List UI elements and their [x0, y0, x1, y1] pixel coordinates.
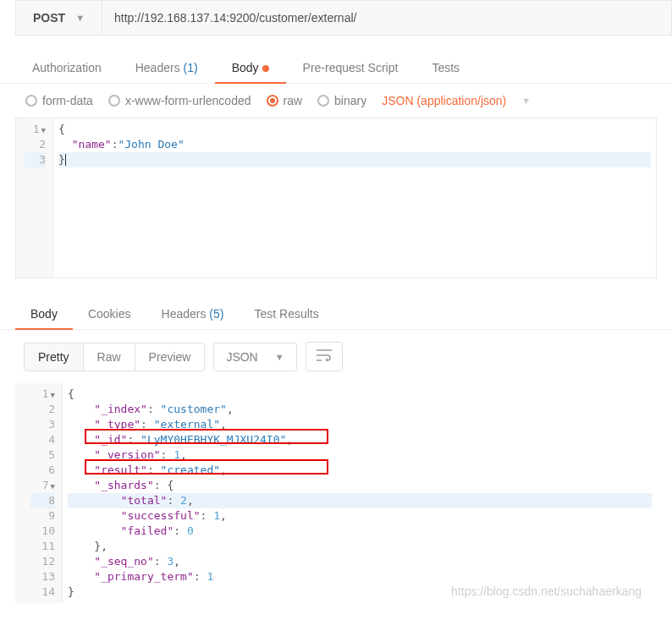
- line-number: 8: [48, 494, 55, 507]
- tab-label: Headers: [135, 61, 180, 74]
- tab-label: Test Results: [254, 307, 318, 321]
- radio-label: binary: [334, 94, 366, 107]
- response-view-row: Pretty Raw Preview JSON▼: [0, 330, 672, 383]
- response-tabs: Body Cookies Headers (5) Test Results: [0, 299, 672, 330]
- view-raw[interactable]: Raw: [84, 343, 135, 370]
- code-text: "name": [72, 138, 112, 151]
- tab-label: Cookies: [88, 307, 131, 321]
- code-text: "_id": [94, 433, 127, 446]
- code-text: "created": [161, 464, 220, 476]
- tab-prerequest[interactable]: Pre-request Script: [286, 52, 416, 83]
- code-text: 1: [207, 570, 213, 583]
- radio-icon: [317, 95, 329, 107]
- radio-label: raw: [284, 94, 303, 107]
- fold-icon[interactable]: ▼: [41, 126, 46, 134]
- request-tabs: Authorization Headers (1) Body Pre-reque…: [0, 52, 672, 84]
- response-body-editor[interactable]: 1▼ 2 3 4 5 6 7▼ 8 9 10 11 12 13 14 { "_i…: [15, 383, 657, 603]
- resp-tab-body[interactable]: Body: [15, 299, 73, 329]
- code-text: "customer": [161, 403, 227, 415]
- radio-raw[interactable]: raw: [267, 94, 303, 107]
- radio-formdata[interactable]: form-data: [25, 94, 93, 107]
- line-number: 1: [33, 123, 40, 135]
- code-text: 3: [167, 555, 174, 568]
- chevron-down-icon: ▼: [275, 352, 284, 362]
- code-text: {: [167, 479, 174, 491]
- btn-label: Raw: [97, 350, 121, 364]
- request-bar: POST ▼: [15, 0, 672, 36]
- modified-dot-icon: [262, 65, 269, 72]
- line-number: 3: [39, 153, 46, 166]
- code-text: },: [94, 540, 107, 552]
- tab-label: Authorization: [32, 61, 102, 74]
- radio-binary[interactable]: binary: [317, 94, 366, 107]
- format-select[interactable]: JSON▼: [213, 343, 296, 371]
- radio-icon: [267, 95, 278, 107]
- body-type-row: form-data x-www-form-urlencoded raw bina…: [0, 84, 672, 118]
- code-text: {: [68, 387, 74, 400]
- radio-urlencoded[interactable]: x-www-form-urlencoded: [108, 94, 251, 107]
- resp-tab-tests[interactable]: Test Results: [239, 299, 333, 329]
- line-number: 6: [48, 464, 55, 476]
- tab-label: Tests: [432, 61, 460, 74]
- method-select[interactable]: POST ▼: [16, 1, 102, 35]
- radio-icon: [25, 95, 37, 107]
- line-gutter: 1▼ 2 3: [16, 118, 53, 277]
- code-text: "total": [121, 494, 168, 507]
- code-area[interactable]: { "name":"John Doe" }: [53, 118, 656, 277]
- code-text: "external": [154, 418, 220, 431]
- view-pretty[interactable]: Pretty: [25, 343, 84, 370]
- tab-label: Body: [232, 61, 259, 74]
- code-text: 1: [213, 509, 220, 522]
- wrap-icon: [317, 349, 332, 361]
- code-text: {: [58, 123, 65, 135]
- code-text: 1: [174, 448, 180, 461]
- code-text: "John Doe": [118, 138, 184, 151]
- tab-tests[interactable]: Tests: [415, 52, 476, 83]
- format-label: JSON: [226, 350, 257, 364]
- line-number: 11: [41, 540, 55, 552]
- tab-label: Pre-request Script: [303, 61, 399, 74]
- fold-icon[interactable]: ▼: [51, 482, 55, 491]
- view-preview[interactable]: Preview: [135, 343, 205, 370]
- line-number: 9: [48, 509, 55, 522]
- code-text: }: [58, 153, 65, 166]
- line-gutter: 1▼ 2 3 4 5 6 7▼ 8 9 10 11 12 13 14: [15, 383, 63, 603]
- code-text: "successful": [121, 509, 201, 522]
- code-text: 0: [187, 524, 194, 537]
- watermark-text: https://blog.csdn.net/suchahaerkang: [451, 584, 642, 598]
- btn-label: Preview: [149, 350, 191, 364]
- code-text: "failed": [121, 524, 174, 537]
- line-number: 3: [48, 418, 55, 431]
- line-number: 7: [42, 479, 49, 491]
- line-number: 2: [39, 138, 46, 151]
- text-cursor: [65, 154, 66, 166]
- line-number: 4: [48, 433, 55, 446]
- content-type-label: JSON (application/json): [382, 94, 506, 107]
- resp-tab-cookies[interactable]: Cookies: [73, 299, 146, 329]
- resp-tab-headers[interactable]: Headers (5): [146, 299, 240, 329]
- line-number: 12: [41, 555, 55, 568]
- code-text: 2: [180, 494, 187, 507]
- tab-body[interactable]: Body: [215, 52, 286, 83]
- code-text: "_index": [94, 403, 147, 415]
- btn-label: Pretty: [38, 350, 69, 364]
- code-text: "_version": [94, 448, 160, 461]
- code-area[interactable]: { "_index": "customer", "_type": "extern…: [63, 383, 657, 603]
- code-text: "LyMY0HEBHYK_MJXU24I0": [140, 433, 286, 446]
- tab-authorization[interactable]: Authorization: [15, 52, 118, 83]
- radio-label: form-data: [42, 94, 93, 107]
- wrap-lines-button[interactable]: [306, 342, 343, 371]
- line-number: 2: [48, 403, 55, 415]
- code-text: }: [68, 585, 74, 598]
- chevron-down-icon: ▼: [521, 96, 531, 106]
- code-text: "_primary_term": [94, 570, 193, 583]
- line-number: 10: [41, 524, 55, 537]
- request-body-editor[interactable]: 1▼ 2 3 { "name":"John Doe" }: [15, 118, 657, 278]
- content-type-select[interactable]: JSON (application/json)▼: [382, 94, 531, 107]
- headers-count: (5): [209, 307, 223, 321]
- url-input[interactable]: [102, 1, 671, 35]
- headers-count: (1): [184, 61, 198, 74]
- tab-headers[interactable]: Headers (1): [118, 52, 215, 83]
- line-number: 14: [41, 585, 55, 598]
- fold-icon[interactable]: ▼: [51, 391, 55, 399]
